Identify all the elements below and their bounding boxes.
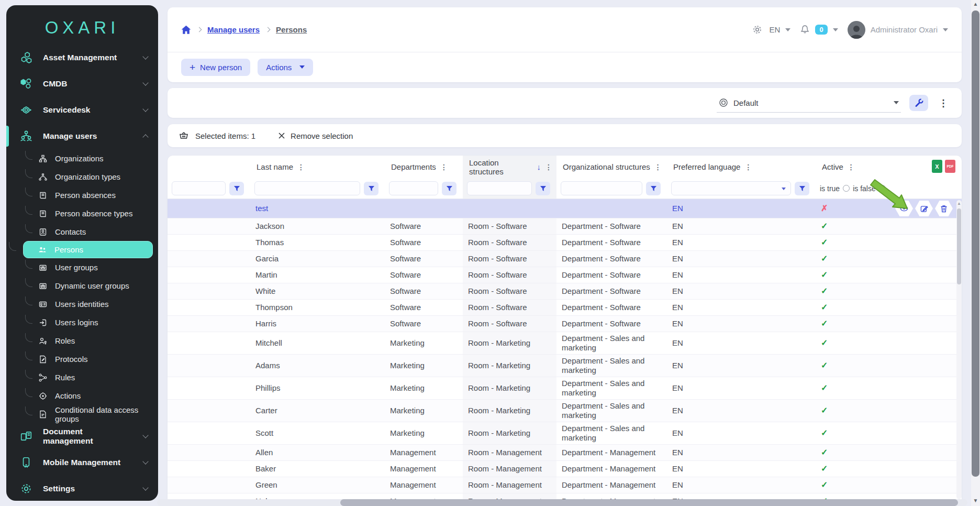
delete-button[interactable]: [935, 201, 953, 216]
column-menu-button[interactable]: ⋮: [654, 163, 662, 171]
view-icon: [719, 98, 728, 107]
scrollbar-thumb[interactable]: [340, 499, 958, 506]
sidebar-item-servicedesk[interactable]: Servicedesk: [6, 97, 158, 123]
remove-selection-button[interactable]: Remove selection: [278, 131, 353, 140]
table-row[interactable]: Scott Marketing Room - Marketing Departm…: [168, 422, 962, 445]
is-false-radio[interactable]: [879, 185, 886, 192]
caret-down-icon[interactable]: [785, 28, 790, 31]
column-menu-button[interactable]: ⋮: [440, 163, 448, 171]
last-name-filter-input[interactable]: [254, 181, 360, 195]
sidebar-item-roles[interactable]: Roles: [6, 332, 158, 350]
filter-funnel-button[interactable]: [229, 182, 244, 195]
column-header-last-name[interactable]: Last name ⋮: [250, 156, 385, 178]
sidebar-item-dynamic-user-groups[interactable]: Dynamic user groups: [6, 277, 158, 295]
page-vertical-scrollbar[interactable]: ▲ ▼: [971, 0, 980, 506]
actions-button[interactable]: Actions: [258, 59, 313, 76]
filter-funnel-button[interactable]: [364, 182, 378, 195]
table-row[interactable]: Nelson Management Room - Management Depa…: [168, 493, 962, 499]
table-row[interactable]: Harris Software Room - Software Departme…: [168, 316, 962, 332]
is-true-radio[interactable]: [843, 185, 850, 192]
table-row[interactable]: Carter Marketing Room - Marketing Depart…: [168, 400, 962, 422]
column-header-location-structures[interactable]: Location structures ↓ ⋮: [463, 156, 556, 178]
sidebar-item-organizations[interactable]: Organizations: [6, 149, 158, 168]
journal-icon: [39, 210, 47, 218]
sidebar-item-mobile-management[interactable]: Mobile Management: [6, 449, 158, 476]
departments-filter-input[interactable]: [389, 181, 438, 195]
sidebar-item-manage-users[interactable]: Manage users: [6, 123, 158, 149]
table-row[interactable]: Phillips Marketing Room - Marketing Depa…: [168, 377, 962, 400]
scroll-up-arrow[interactable]: ▲: [956, 200, 962, 207]
table-row[interactable]: Jackson Software Room - Software Departm…: [168, 218, 962, 235]
column-header-active[interactable]: Active ⋮: [816, 156, 890, 178]
filter-funnel-button[interactable]: [536, 182, 550, 195]
scrollbar-thumb[interactable]: [957, 208, 961, 284]
export-excel-button[interactable]: X: [932, 160, 942, 173]
new-person-button[interactable]: + New person: [181, 59, 250, 76]
organizational-structures-filter-input[interactable]: [561, 181, 642, 195]
oxari-logo[interactable]: OXARI: [6, 5, 158, 45]
table-row[interactable]: Mitchell Marketing Room - Marketing Depa…: [168, 332, 962, 355]
sidebar-item-cmdb[interactable]: CMDB: [6, 71, 158, 97]
table-row[interactable]: test EN ✗: [168, 199, 962, 218]
column-menu-button[interactable]: ⋮: [297, 163, 305, 171]
sidebar-item-protocols[interactable]: Protocols: [6, 350, 158, 368]
column-menu-button[interactable]: ⋮: [545, 163, 552, 171]
table-row[interactable]: Garcia Software Room - Software Departme…: [168, 251, 962, 267]
sidebar-item-conditional-data-access-groups[interactable]: Conditional data access groups: [6, 405, 158, 423]
column-header-preferred-language[interactable]: Preferred language ⋮: [667, 156, 816, 178]
sidebar-item-document-management[interactable]: Document management: [6, 423, 158, 449]
sidebar-item-organization-types[interactable]: Organization types: [6, 168, 158, 186]
notification-badge[interactable]: 0: [815, 25, 827, 35]
sidebar-item-user-groups[interactable]: User groups: [6, 258, 158, 277]
scrollbar-thumb[interactable]: [972, 10, 979, 477]
sidebar-item-users-logins[interactable]: Users logins: [6, 313, 158, 332]
avatar[interactable]: [848, 21, 865, 39]
sidebar-item-rules[interactable]: Rules: [6, 368, 158, 387]
sidebar-item-person-absence-types[interactable]: Person absence types: [6, 204, 158, 223]
more-options-button[interactable]: ⋮: [937, 97, 950, 109]
language-selector[interactable]: EN: [770, 25, 781, 34]
sidebar-item-persons[interactable]: Persons: [23, 241, 153, 258]
breadcrumb-link-manage-users[interactable]: Manage users: [207, 25, 260, 34]
table-vertical-scrollbar[interactable]: ▲: [956, 200, 962, 499]
column-header-departments[interactable]: Departments ⋮: [385, 156, 463, 178]
gear-icon[interactable]: [752, 25, 762, 35]
table-row[interactable]: Green Management Room - Management Depar…: [168, 477, 962, 493]
sidebar-item-users-identities[interactable]: Users identities: [6, 295, 158, 313]
filter-funnel-button[interactable]: [442, 182, 456, 195]
home-icon[interactable]: [181, 25, 191, 35]
preferred-language-filter-select[interactable]: [671, 181, 791, 195]
sidebar-item-contacts[interactable]: Contacts: [6, 223, 158, 241]
table-row[interactable]: Thomas Software Room - Software Departme…: [168, 235, 962, 251]
horizontal-scrollbar[interactable]: [157, 499, 967, 506]
configure-view-button[interactable]: [909, 95, 928, 111]
location-structures-filter-input[interactable]: [467, 181, 532, 195]
table-row[interactable]: Martin Software Room - Software Departme…: [168, 267, 962, 283]
caret-down-icon[interactable]: [943, 28, 948, 31]
sidebar-item-asset-management[interactable]: Asset Management: [6, 45, 158, 71]
column-menu-button[interactable]: ⋮: [744, 163, 752, 171]
table-row[interactable]: Allen Management Room - Management Depar…: [168, 445, 962, 461]
selection-filter-input[interactable]: [172, 181, 226, 195]
edit-button[interactable]: [915, 201, 933, 216]
bell-icon[interactable]: [800, 25, 810, 35]
view-selector-dropdown[interactable]: Default: [717, 94, 901, 113]
user-menu[interactable]: Administrator Oxari: [871, 25, 938, 34]
column-menu-button[interactable]: ⋮: [848, 163, 855, 171]
scroll-down-arrow[interactable]: ▼: [971, 497, 980, 505]
view-button[interactable]: [895, 201, 913, 216]
table-row[interactable]: Adams Marketing Room - Marketing Departm…: [168, 355, 962, 377]
sidebar-item-person-absences[interactable]: Person absences: [6, 186, 158, 204]
export-pdf-button[interactable]: PDF: [945, 160, 955, 173]
table-row[interactable]: Baker Management Room - Management Depar…: [168, 461, 962, 477]
table-row[interactable]: Thompson Software Room - Software Depart…: [168, 300, 962, 316]
sidebar-item-actions[interactable]: Actions: [6, 387, 158, 405]
filter-funnel-button[interactable]: [646, 182, 661, 195]
breadcrumb-current-persons[interactable]: Persons: [276, 25, 307, 34]
column-header-organizational-structures[interactable]: Organizational structures ⋮: [556, 156, 667, 178]
caret-down-icon[interactable]: [833, 28, 838, 31]
filter-funnel-button[interactable]: [795, 182, 809, 195]
table-row[interactable]: White Software Room - Software Departmen…: [168, 283, 962, 300]
scroll-up-arrow[interactable]: ▲: [971, 0, 980, 8]
sidebar-item-settings[interactable]: Settings: [6, 476, 158, 501]
